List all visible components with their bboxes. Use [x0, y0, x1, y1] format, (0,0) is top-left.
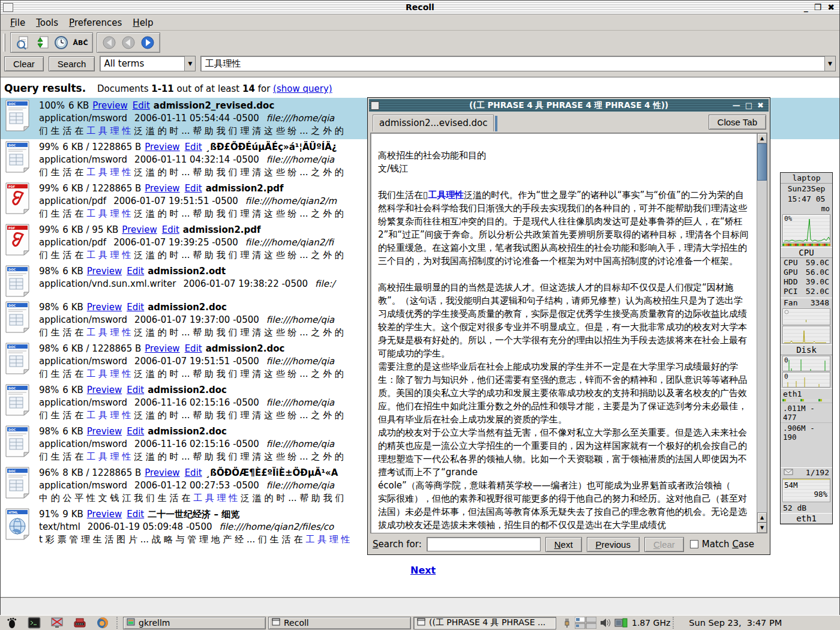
search-mode-select[interactable]: All terms ▼: [100, 56, 196, 71]
preview-link[interactable]: Preview: [145, 343, 179, 354]
edit-link[interactable]: Edit: [162, 224, 179, 235]
term-explorer-icon[interactable]: ÅBĈ: [72, 34, 89, 51]
result-filename: admission2.doc: [148, 426, 227, 437]
minimize-icon[interactable]: _: [804, 2, 808, 12]
result-snippet: 们 生 活 在 工 具 理 性 泛 滥 的 时 ... 帮 助 我 们 理 清 …: [39, 125, 344, 137]
document-text[interactable]: 高校招生的社会功能和目的 文/钱江我们生活在▯工具理性泛滥的时代。作为“世之显学…: [371, 133, 757, 533]
preview-link[interactable]: Preview: [87, 426, 122, 437]
next-page-icon[interactable]: [139, 34, 156, 51]
chevron-down-icon[interactable]: ▼: [184, 56, 195, 71]
preview-link[interactable]: Preview: [87, 266, 122, 277]
terminal-launcher-icon[interactable]: [27, 616, 41, 629]
mime-type: application/vnd.sun.xml.writer: [39, 278, 176, 289]
file-size: 6 KB: [62, 426, 83, 437]
main-titlebar[interactable]: Recoll _ ❐ ✖: [1, 1, 839, 14]
toolbar-handle[interactable]: [3, 34, 5, 52]
edit-link[interactable]: Edit: [127, 509, 144, 520]
preview-link[interactable]: Preview: [92, 100, 127, 111]
power-plug-icon[interactable]: [562, 617, 572, 629]
temp-row-gpu: GPU56.0C: [781, 268, 832, 277]
preview-link[interactable]: Preview: [87, 385, 122, 395]
svg-text:PDF: PDF: [8, 226, 15, 230]
find-previous-button[interactable]: Previous: [587, 537, 640, 552]
task-button[interactable]: gkrellm: [123, 617, 266, 629]
volume-icon[interactable]: [599, 617, 611, 628]
eth1-tx-value: .906M - 190: [781, 422, 832, 442]
history-clock-icon[interactable]: [53, 34, 70, 51]
menu-preferences[interactable]: Preferences: [64, 16, 127, 29]
close-icon[interactable]: ✖: [757, 101, 764, 110]
scrollbar-thumb[interactable]: [757, 143, 767, 181]
time-display: 15:47 05: [781, 194, 832, 204]
html-file-icon: HTML: [4, 508, 32, 546]
edit-link[interactable]: Edit: [127, 302, 144, 313]
close-tab-button[interactable]: Close Tab: [709, 115, 766, 130]
match-case-checkbox[interactable]: Match Case: [690, 539, 754, 550]
first-page-icon[interactable]: [101, 34, 118, 51]
task-button[interactable]: ((工 PHRASE 4 具 PHRASE ...: [413, 617, 556, 629]
workspace-switcher[interactable]: [575, 617, 596, 629]
edit-link[interactable]: Edit: [185, 343, 202, 354]
gnome-menu-icon[interactable]: [4, 616, 19, 629]
preview-link[interactable]: Preview: [87, 302, 122, 313]
lock-screen-icon[interactable]: [50, 616, 64, 629]
eth1-rx-value: .011M - 477: [781, 403, 832, 422]
find-next-button[interactable]: Next: [545, 537, 582, 552]
maximize-icon[interactable]: □: [745, 101, 752, 110]
chevron-down-icon[interactable]: ▼: [824, 56, 835, 71]
checkbox-icon[interactable]: [690, 540, 698, 548]
edit-link[interactable]: Edit: [127, 266, 144, 277]
show-query-link[interactable]: (show query): [273, 83, 332, 94]
show-query-detail-icon[interactable]: [14, 34, 31, 51]
document-paragraph: 成功的校友对于公立大学当然有益无害，但不像对私立大学那么至关重要。但是选入未来社…: [378, 426, 749, 532]
edit-link[interactable]: Edit: [133, 100, 150, 111]
clock-handle[interactable]: [673, 617, 676, 629]
cpufreq-icon[interactable]: [614, 617, 628, 628]
vertical-scrollbar[interactable]: ▲ ▲ ▼: [757, 133, 767, 533]
disk-write-value: 0: [784, 373, 788, 380]
scroll-up-icon[interactable]: ▲: [757, 133, 767, 143]
maximize-icon[interactable]: ❐: [814, 2, 822, 12]
edit-link[interactable]: Edit: [185, 467, 202, 478]
preview-titlebar[interactable]: ((工 PHRASE 4 具 PHRASE 4 理 PHRASE 4 性)) —…: [369, 99, 769, 112]
find-input[interactable]: [427, 537, 541, 551]
scroll-up-icon[interactable]: ▲: [757, 512, 767, 523]
next-page-link[interactable]: Next: [410, 565, 436, 576]
result-filename: admission2.pdf: [183, 224, 261, 235]
menu-help[interactable]: Help: [128, 16, 158, 29]
preview-link[interactable]: Preview: [145, 183, 179, 194]
query-input[interactable]: 工具理性 ▼: [200, 56, 836, 71]
typewriter-launcher-icon[interactable]: [73, 616, 87, 629]
find-clear-button[interactable]: Clear: [644, 537, 684, 552]
preview-link[interactable]: Preview: [87, 509, 122, 520]
taskbar-clock[interactable]: Sun Sep 23, 3:47 PM: [683, 618, 788, 628]
scroll-down-icon[interactable]: ▼: [757, 523, 767, 533]
preview-link[interactable]: Preview: [122, 224, 157, 235]
taskbar-handle[interactable]: [116, 617, 119, 629]
clear-button[interactable]: Clear: [4, 56, 44, 71]
search-button[interactable]: Search: [49, 56, 95, 71]
scrollbar-track[interactable]: [757, 181, 767, 512]
edit-link[interactable]: Edit: [185, 142, 202, 152]
preview-link[interactable]: Preview: [145, 142, 179, 152]
file-url: file:///home/qian2/files/co: [220, 521, 334, 532]
relevance-percent: 99%: [39, 142, 59, 152]
close-icon[interactable]: ✖: [827, 2, 835, 12]
preview-link[interactable]: Preview: [145, 467, 179, 478]
firefox-launcher-icon[interactable]: [95, 616, 110, 629]
cpu-usage-value: 0%: [784, 215, 792, 223]
menu-file[interactable]: File: [5, 16, 30, 29]
prev-page-icon[interactable]: [120, 34, 137, 51]
gkrellm-monitor[interactable]: laptop Sun23Sep 15:47 05 mo 0% CPU CPU59…: [780, 172, 833, 524]
edit-link[interactable]: Edit: [127, 385, 144, 395]
menu-tools[interactable]: Tools: [31, 16, 63, 29]
sort-parameters-icon[interactable]: [34, 34, 50, 51]
menubar: FileToolsPreferencesHelp: [1, 15, 839, 31]
edit-link[interactable]: Edit: [185, 183, 202, 194]
mail-count: 1/192: [806, 468, 829, 478]
result-filename: admission2_revised.doc: [154, 100, 275, 111]
edit-link[interactable]: Edit: [127, 426, 144, 437]
minimize-icon[interactable]: —: [733, 101, 740, 110]
task-button[interactable]: Recoll: [268, 617, 411, 629]
preview-tab[interactable]: admission2...evised.doc: [373, 115, 494, 131]
